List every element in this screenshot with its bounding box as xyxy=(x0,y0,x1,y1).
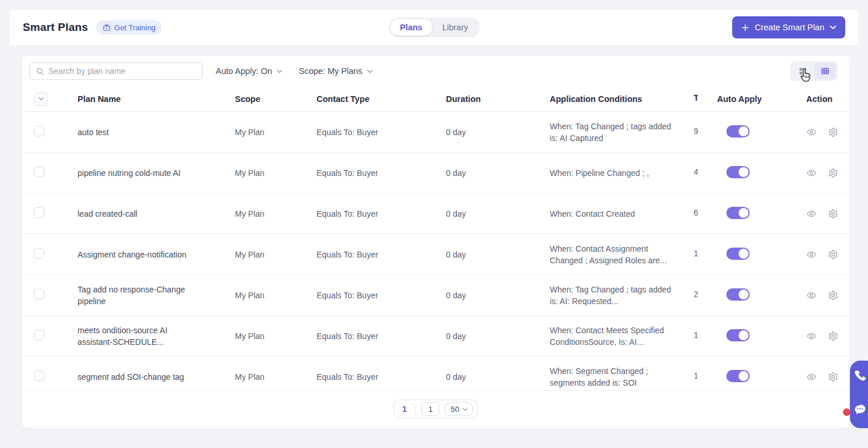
eye-icon xyxy=(806,290,817,301)
application-conditions: When: Tag Changed ; tags added is: AI: R… xyxy=(550,284,674,307)
plan-settings-button[interactable] xyxy=(828,331,838,341)
select-all-chevron-icon xyxy=(38,97,44,101)
row-checkbox[interactable] xyxy=(34,289,44,299)
duration: 0 day xyxy=(446,291,550,300)
plan-settings-button[interactable] xyxy=(828,290,838,301)
plan-scope: My Plan xyxy=(235,372,317,382)
row-checkbox[interactable] xyxy=(34,207,44,218)
page-size-select[interactable]: 50 xyxy=(444,402,473,416)
table-row: auto test My Plan Equals To: Buyer 0 day… xyxy=(22,112,849,153)
auto-apply-toggle[interactable] xyxy=(726,370,750,382)
plan-settings-button[interactable] xyxy=(828,168,838,178)
page-jump-input[interactable] xyxy=(421,402,440,416)
chevron-down-icon xyxy=(367,69,373,73)
page-title: Smart Plans xyxy=(23,21,88,34)
table-body: auto test My Plan Equals To: Buyer 0 day… xyxy=(22,112,849,390)
row-checkbox[interactable] xyxy=(34,330,44,340)
eye-icon xyxy=(806,372,817,382)
view-plan-button[interactable] xyxy=(806,290,817,301)
phone-icon xyxy=(853,369,867,383)
get-training-label: Get Training xyxy=(114,23,156,32)
tab-plans[interactable]: Plans xyxy=(390,19,433,36)
scope-filter-label: Scope: My Plans xyxy=(299,66,363,76)
auto-apply-toggle[interactable] xyxy=(726,207,750,219)
search-box[interactable] xyxy=(29,62,203,80)
grid-view-button[interactable] xyxy=(792,63,813,79)
auto-apply-toggle[interactable] xyxy=(726,329,750,341)
contact-type: Equals To: Buyer xyxy=(317,331,446,341)
contact-type: Equals To: Buyer xyxy=(317,291,446,300)
duration: 0 day xyxy=(446,209,550,218)
chevron-down-icon xyxy=(276,69,283,73)
column-header-truncated: T xyxy=(694,93,698,103)
toggle-knob xyxy=(739,249,748,259)
column-header-scope: Scope xyxy=(235,94,317,104)
table-view-button[interactable] xyxy=(814,63,836,79)
column-header-contact-type: Contact Type xyxy=(317,94,446,104)
contact-type: Equals To: Buyer xyxy=(317,168,446,178)
row-checkbox[interactable] xyxy=(34,248,44,259)
create-smart-plan-button[interactable]: Create Smart Plan xyxy=(732,16,845,38)
chat-icon xyxy=(853,403,867,417)
truncated-count: 1 xyxy=(694,371,698,380)
plan-name[interactable]: auto test xyxy=(78,126,109,138)
auto-apply-toggle[interactable] xyxy=(726,248,750,260)
plan-name[interactable]: meets ondition-source AI assistant-SCHED… xyxy=(78,324,200,348)
plus-icon xyxy=(741,23,750,32)
gear-icon xyxy=(828,168,838,178)
eye-icon xyxy=(806,168,817,178)
plan-settings-button[interactable] xyxy=(828,372,838,382)
chat-button[interactable] xyxy=(853,403,867,417)
row-checkbox[interactable] xyxy=(34,167,44,177)
page-number[interactable]: 1 xyxy=(394,404,415,414)
truncated-count: 2 xyxy=(694,290,698,299)
row-checkbox[interactable] xyxy=(34,371,44,381)
table-row: Tag add no response-Change pipeline My P… xyxy=(22,275,849,316)
contact-type: Equals To: Buyer xyxy=(317,250,446,259)
plan-scope: My Plan xyxy=(235,168,317,178)
auto-apply-filter[interactable]: Auto Apply: On xyxy=(216,66,283,76)
plan-scope: My Plan xyxy=(235,128,317,137)
plan-settings-button[interactable] xyxy=(828,249,838,260)
plan-name[interactable]: pipeline nutring cold-mute AI xyxy=(78,167,181,179)
plan-name[interactable]: segment add SOI-change tag xyxy=(78,371,184,383)
get-training-badge[interactable]: Get Training xyxy=(96,20,162,35)
plan-name[interactable]: Tag add no response-Change pipeline xyxy=(78,284,200,307)
application-conditions: When: Contact Meets Specified Conditions… xyxy=(550,324,674,348)
truncated-count: 4 xyxy=(694,167,698,177)
table-row: segment add SOI-change tag My Plan Equal… xyxy=(22,357,849,390)
pagination-divider xyxy=(415,404,416,414)
auto-apply-toggle[interactable] xyxy=(726,288,750,301)
create-smart-plan-label: Create Smart Plan xyxy=(755,23,824,32)
auto-apply-toggle[interactable] xyxy=(726,166,750,178)
column-header-auto-apply: Auto Apply xyxy=(717,94,806,104)
auto-apply-toggle[interactable] xyxy=(726,125,750,137)
plans-panel: Auto Apply: On Scope: My Plans xyxy=(22,56,849,428)
view-plan-button[interactable] xyxy=(806,372,817,382)
eye-icon xyxy=(806,127,817,137)
view-plan-button[interactable] xyxy=(806,127,817,137)
table-row: lead created-call My Plan Equals To: Buy… xyxy=(22,193,849,234)
view-plan-button[interactable] xyxy=(806,209,817,219)
application-conditions: When: Pipeline Changed ; , xyxy=(550,167,649,179)
plan-scope: My Plan xyxy=(235,291,317,300)
select-all-dropdown[interactable] xyxy=(34,92,48,106)
table-header-row: Plan Name Scope Contact Type Duration Ap… xyxy=(22,86,849,112)
phone-button[interactable] xyxy=(853,369,867,383)
tab-library[interactable]: Library xyxy=(433,19,478,36)
plan-settings-button[interactable] xyxy=(828,209,838,219)
plan-name[interactable]: Assigment change-notification xyxy=(78,249,187,260)
search-input[interactable] xyxy=(48,66,196,76)
view-plan-button[interactable] xyxy=(806,168,817,178)
scope-filter[interactable]: Scope: My Plans xyxy=(299,66,373,76)
plan-settings-button[interactable] xyxy=(828,127,838,137)
plan-name[interactable]: lead created-call xyxy=(78,208,138,220)
toggle-knob xyxy=(739,371,748,381)
view-plan-button[interactable] xyxy=(806,331,817,341)
view-plan-button[interactable] xyxy=(806,249,817,260)
row-checkbox[interactable] xyxy=(34,126,44,136)
table-view-icon xyxy=(820,66,830,76)
view-mode-toggle xyxy=(790,61,838,81)
toggle-knob xyxy=(739,126,748,136)
toggle-knob xyxy=(739,330,748,340)
